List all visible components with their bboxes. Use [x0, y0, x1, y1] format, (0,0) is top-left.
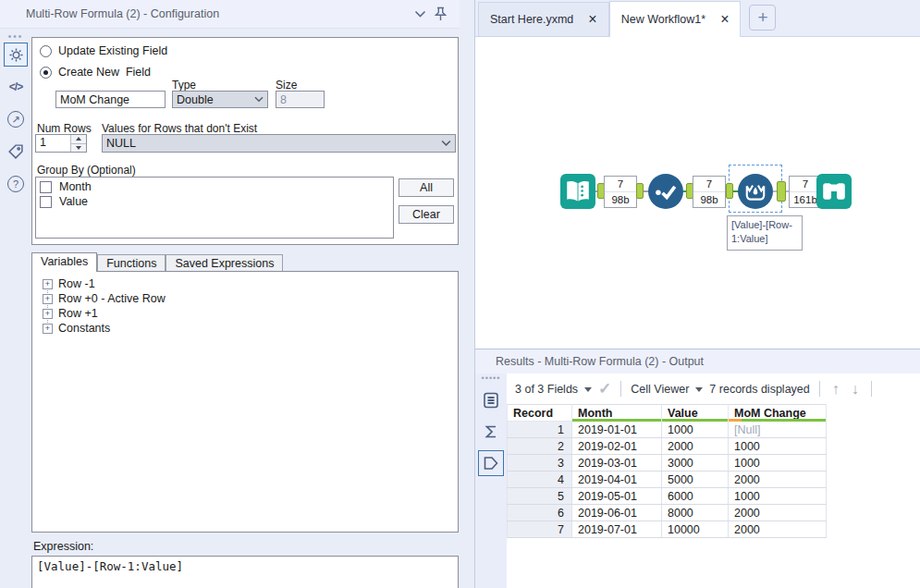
column-header-month[interactable]: Month [572, 405, 662, 422]
variables-tree[interactable]: +Row -1+Row +0 - Active Row+Row +1+Const… [31, 271, 459, 533]
record-number-cell: 5 [508, 488, 572, 505]
column-header-mom-change[interactable]: MoM Change [729, 405, 827, 422]
num-rows-label: Num Rows [37, 122, 92, 135]
tree-item[interactable]: +Row +1 [38, 306, 458, 321]
text-input-tool[interactable] [560, 174, 595, 209]
metadata-view-tab[interactable] [478, 419, 504, 445]
results-main: 3 of 3 Fields ✓ Cell Viewer 7 records di… [507, 374, 920, 588]
workflow-tab[interactable]: Start Here.yxmd× [478, 2, 609, 36]
group-by-label: Group By (Optional) [37, 164, 136, 177]
all-button[interactable]: All [399, 178, 454, 197]
workflow-tab[interactable]: New Workflow1*× [609, 1, 742, 37]
group-by-item[interactable]: Month [40, 180, 389, 193]
strip-handle-dots[interactable]: ••• [8, 33, 24, 40]
multi-row-formula-tool[interactable] [738, 174, 773, 209]
expression-label: Expression: [33, 540, 93, 553]
tab-saved-expressions[interactable]: Saved Expressions [166, 254, 283, 272]
stepper-up-button[interactable] [71, 135, 86, 144]
browse-tool[interactable] [816, 174, 852, 209]
connection-anchor[interactable] [636, 183, 644, 199]
group-by-item-label: Value [59, 195, 88, 208]
table-row[interactable]: 22019-02-0120001000 [508, 438, 827, 455]
workflow-canvas[interactable]: 7 98b 7 98b 7 161b [475, 37, 920, 349]
close-tab-icon[interactable]: × [588, 14, 596, 25]
config-form: Update Existing Field Create New Field T… [31, 37, 459, 245]
checkbox[interactable] [40, 181, 52, 193]
update-existing-field-radio[interactable]: Update Existing Field [40, 44, 167, 57]
tree-item-label: Row -1 [58, 277, 95, 290]
cell-viewer-dropdown-icon[interactable] [695, 387, 703, 392]
results-titlebar: Results - Multi-Row Formula (2) - Output [475, 349, 920, 374]
table-row[interactable]: 52019-05-0160001000 [508, 488, 827, 505]
group-by-item[interactable]: Value [40, 195, 389, 208]
results-title: Results - Multi-Row Formula (2) - Output [496, 355, 704, 368]
configuration-title: Multi-Row Formula (2) - Configuration [26, 7, 219, 20]
connection-label-2[interactable]: 7 98b [693, 176, 726, 208]
run-history-tab[interactable]: ↗ [4, 107, 28, 131]
values-rows-value: NULL [106, 137, 441, 150]
config-icon-strip: ••• </> ↗ ? [2, 33, 30, 204]
connection-anchor[interactable] [726, 183, 733, 199]
settings-tab[interactable] [4, 43, 28, 67]
stepper-down-button[interactable] [71, 144, 86, 153]
table-row[interactable]: 72019-07-01100002000 [508, 521, 827, 538]
data-view-tab[interactable] [478, 387, 504, 413]
select-tool[interactable] [648, 174, 683, 209]
search-up-icon[interactable]: ↑ [832, 381, 840, 398]
pin-icon[interactable] [430, 5, 450, 23]
expand-icon[interactable]: + [43, 294, 53, 304]
strip-handle-dots[interactable]: ••••• [482, 375, 501, 382]
column-quality-bar [729, 419, 826, 422]
field-name-input[interactable]: MoM Change [55, 91, 166, 108]
code-tab[interactable]: </> [4, 75, 28, 99]
search-down-icon[interactable]: ↓ [852, 381, 859, 398]
data-cell: 2000 [729, 505, 827, 521]
fields-dropdown-icon[interactable] [584, 387, 592, 392]
column-header-value[interactable]: Value [662, 405, 729, 422]
type-dropdown[interactable]: Double [172, 91, 268, 108]
size-input: 8 [276, 91, 325, 108]
table-row[interactable]: 42019-04-0150002000 [508, 472, 827, 488]
expand-icon[interactable]: + [43, 279, 53, 289]
fields-summary[interactable]: 3 of 3 Fields [515, 383, 578, 396]
holistic-view-tab[interactable] [478, 450, 504, 476]
expand-icon[interactable]: + [43, 309, 53, 319]
help-tab[interactable]: ? [4, 172, 28, 196]
data-cell: 1000 [729, 438, 827, 455]
apply-check-icon[interactable]: ✓ [598, 379, 611, 398]
group-by-list[interactable]: MonthValue [35, 177, 394, 239]
results-table: RecordMonthValueMoM Change 12019-01-0110… [507, 404, 827, 538]
connection-label-1[interactable]: 7 98b [604, 176, 637, 208]
close-tab-icon[interactable]: × [720, 14, 729, 25]
column-header-record[interactable]: Record [508, 405, 572, 422]
results-panel: Results - Multi-Row Formula (2) - Output… [475, 349, 920, 588]
tag-tab[interactable] [4, 140, 28, 164]
create-new-field-radio[interactable]: Create New Field [40, 66, 151, 79]
tool-annotation[interactable]: [Value]-[Row-1:Value] [727, 215, 803, 251]
table-row[interactable]: 32019-03-0130001000 [508, 455, 827, 472]
tab-functions[interactable]: Functions [97, 254, 166, 272]
tree-item[interactable]: +Constants [38, 321, 458, 336]
record-number-cell: 7 [508, 521, 572, 538]
results-toolbar: 3 of 3 Fields ✓ Cell Viewer 7 records di… [507, 374, 920, 404]
tab-variables[interactable]: Variables [31, 252, 97, 272]
expand-icon[interactable]: + [43, 324, 53, 334]
data-cell: 2019-03-01 [572, 455, 662, 472]
record-number-cell: 6 [508, 505, 572, 521]
collapse-chevron-icon[interactable] [410, 5, 430, 23]
connection-record-count: 7 [605, 177, 636, 192]
values-rows-dropdown[interactable]: NULL [102, 134, 456, 153]
new-workflow-button[interactable]: + [749, 5, 776, 31]
data-cell: 2019-07-01 [572, 521, 662, 538]
cell-viewer-label[interactable]: Cell Viewer [631, 383, 689, 396]
tree-item[interactable]: +Row +0 - Active Row [38, 291, 458, 306]
num-rows-stepper[interactable]: 1 [35, 134, 87, 153]
expression-text: [Value]-[Row-1:Value] [37, 559, 183, 573]
clear-button[interactable]: Clear [399, 205, 454, 224]
checkbox[interactable] [40, 196, 52, 208]
expression-editor[interactable]: [Value]-[Row-1:Value] [31, 556, 459, 588]
tree-item[interactable]: +Row -1 [38, 276, 458, 291]
table-row[interactable]: 12019-01-011000[Null] [508, 422, 827, 438]
table-row[interactable]: 62019-06-0180002000 [508, 505, 827, 521]
multirow-output-anchor[interactable] [777, 181, 786, 202]
